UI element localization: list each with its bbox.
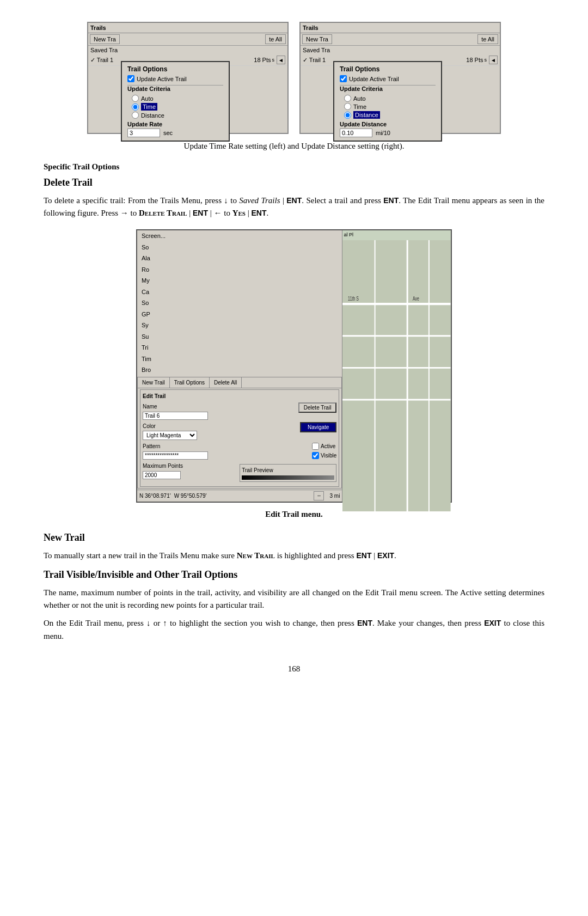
update-active-checkbox-left[interactable] xyxy=(127,75,134,82)
saved-trails-left: Saved Tra xyxy=(88,46,287,54)
trail-preview-bar xyxy=(242,475,334,480)
color-select[interactable]: Light Magenta xyxy=(143,431,197,440)
radio-time-left[interactable] xyxy=(132,103,139,111)
edit-trail-box: Edit Trail Name Delete Trail xyxy=(140,389,339,487)
trail-name-input[interactable] xyxy=(143,412,208,420)
so-menu-item[interactable]: So xyxy=(137,242,342,253)
trail-options-popup-left: Trail Options Update Active Trail Update… xyxy=(121,61,230,142)
main-content: Specific Trail Options Delete Trail To d… xyxy=(44,161,544,643)
update-rate-section-left: Update Rate sec xyxy=(127,121,223,137)
saved-trails-right: Saved Tra xyxy=(301,46,500,54)
navigate-btn[interactable]: Navigate xyxy=(300,422,336,432)
edit-trail-title: Edit Trail xyxy=(143,392,336,400)
delete-trail-text: To delete a specific trail: From the Tra… xyxy=(44,194,544,220)
ca-menu-item[interactable]: Ca xyxy=(137,286,342,298)
map-panel: al Pl 11th S Ave xyxy=(342,230,451,502)
trail-preview-section: Trail Preview xyxy=(240,464,336,482)
edit-trail-caption: Edit Trail menu. xyxy=(44,508,544,521)
ro-menu-item[interactable]: Ro xyxy=(137,264,342,276)
trail-options-popup-right: Trail Options Update Active Trail Update… xyxy=(333,61,442,142)
update-criteria-group-left: Auto Time Distance xyxy=(132,95,223,119)
trails-sub-window: New Trail Trail Options Delete All Edit … xyxy=(137,377,342,488)
trails-tab-bar: New Trail Trail Options Delete All xyxy=(138,377,341,388)
delete-trail-heading: Delete Trail xyxy=(44,175,544,190)
svg-text:Ave: Ave xyxy=(413,295,419,302)
my-menu-item[interactable]: My xyxy=(137,275,342,286)
gp-menu-item[interactable]: GP xyxy=(137,309,342,320)
trail-visible-heading: Trail Visible/Invisible and Other Trail … xyxy=(44,567,544,582)
edit-trail-window: Screen... So Ala Ro My Ca So GP Sy Su Tr… xyxy=(136,229,452,503)
distance-input-right[interactable] xyxy=(340,129,372,137)
map-label: al Pl xyxy=(342,230,451,240)
radio-auto-right[interactable] xyxy=(344,95,351,102)
radio-auto-left[interactable] xyxy=(132,95,139,102)
update-criteria-group-right: Auto Time Distance xyxy=(344,95,436,119)
right-window-titlebar: Trails xyxy=(301,23,500,33)
sy-menu-item[interactable]: Sy xyxy=(137,320,342,331)
new-trail-heading: New Trail xyxy=(44,530,544,545)
screen-menu-item[interactable]: Screen... xyxy=(137,230,342,242)
rate-input-left[interactable] xyxy=(127,129,160,137)
status-bar: N 36°08.971' W 95°50.579' ↔ 3 mi xyxy=(137,490,342,502)
trail-visible-text1: The name, maximum number of points in th… xyxy=(44,587,544,612)
status-coords: N 36°08.971' W 95°50.579' xyxy=(139,492,308,500)
update-distance-section: Update Distance mi/10 xyxy=(340,121,436,137)
left-trail-window: Trails New Tra te All Saved Tra ✓ Trail … xyxy=(87,22,289,134)
left-window-content: Saved Tra ✓ Trail 1 18 Pts s ◄ Trail Opt… xyxy=(88,46,287,133)
new-trail-text: To manually start a new trail in the Tra… xyxy=(44,549,544,562)
tim-menu-item[interactable]: Tim xyxy=(137,353,342,365)
svg-text:11th S: 11th S xyxy=(348,295,359,302)
delete-all-btn-right[interactable]: te All xyxy=(477,34,498,44)
screen-menu: Screen... So Ala Ro My Ca So GP Sy Su Tr… xyxy=(137,230,342,376)
update-active-checkbox-right[interactable] xyxy=(340,75,347,82)
bro-menu-item[interactable]: Bro xyxy=(137,364,342,376)
right-toolbar: New Tra te All xyxy=(301,33,500,46)
arrow-btn-right[interactable]: ◄ xyxy=(489,56,498,64)
arrow-btn-left[interactable]: ◄ xyxy=(277,56,285,64)
pattern-input[interactable] xyxy=(143,451,208,460)
top-images-section: Trails New Tra te All Saved Tra ✓ Trail … xyxy=(44,22,544,134)
right-trail-window: Trails New Tra te All Saved Tra ✓ Trail … xyxy=(299,22,501,134)
tri-menu-item[interactable]: Tri xyxy=(137,342,342,353)
visible-checkbox[interactable] xyxy=(312,452,319,459)
edit-trail-screenshot: Screen... So Ala Ro My Ca So GP Sy Su Tr… xyxy=(44,229,544,503)
radio-distance-left[interactable] xyxy=(132,112,139,119)
left-toolbar: New Tra te All xyxy=(88,33,287,46)
ala-menu-item[interactable]: Ala xyxy=(137,253,342,264)
page-number: 168 xyxy=(44,664,544,674)
active-checkbox[interactable] xyxy=(312,443,319,450)
tab-trail-options[interactable]: Trail Options xyxy=(170,377,210,388)
tab-new-trail[interactable]: New Trail xyxy=(138,377,170,388)
so2-menu-item[interactable]: So xyxy=(137,297,342,309)
svg-rect-0 xyxy=(342,240,451,511)
radio-time-right[interactable] xyxy=(344,103,351,110)
top-caption: Update Time Rate setting (left) and Upda… xyxy=(44,142,544,151)
edit-trail-left-panel: Screen... So Ala Ro My Ca So GP Sy Su Tr… xyxy=(137,230,342,502)
radio-distance-right[interactable] xyxy=(344,112,351,119)
status-arrow[interactable]: ↔ xyxy=(314,491,324,501)
name-row: Name Delete Trail xyxy=(143,402,336,420)
new-trail-btn-left[interactable]: New Tra xyxy=(90,34,120,44)
specific-options-heading: Specific Trail Options xyxy=(44,161,544,173)
pattern-row: Pattern Active Visible xyxy=(143,442,336,460)
trail-visible-text2: On the Edit Trail menu, press ↓ or ↑ to … xyxy=(44,617,544,643)
new-trail-btn-right[interactable]: New Tra xyxy=(302,34,332,44)
left-window-titlebar: Trails xyxy=(88,23,287,33)
delete-trail-btn[interactable]: Delete Trail xyxy=(298,402,337,413)
max-points-input[interactable] xyxy=(143,471,181,479)
maxpoints-row: Maximum Points Trail Preview xyxy=(143,462,336,482)
right-window-content: Saved Tra ✓ Trail 1 18 Pts s ◄ Trail Opt… xyxy=(301,46,500,133)
color-row: Color Light Magenta Navigate xyxy=(143,422,336,440)
tab-delete-all[interactable]: Delete All xyxy=(210,377,242,388)
delete-all-btn-left[interactable]: te All xyxy=(265,34,286,44)
su-menu-item[interactable]: Su xyxy=(137,331,342,343)
map-svg: 11th S Ave xyxy=(342,240,451,511)
